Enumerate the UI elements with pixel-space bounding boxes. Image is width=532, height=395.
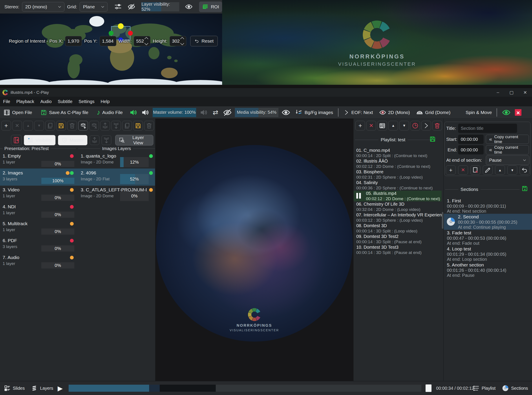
visibility-slider[interactable]: 0%	[41, 195, 74, 201]
play-button[interactable]: ▶	[58, 381, 63, 395]
visibility-slider[interactable]: 100%	[41, 178, 74, 184]
presentation-slide-item[interactable]: 4. NDI1 layer0%	[0, 202, 76, 219]
spinner-arrows-icon[interactable]	[180, 36, 185, 46]
menu-item-subtitle[interactable]: Subtitle	[58, 99, 73, 104]
save-playlist-icon[interactable]	[429, 136, 436, 142]
roi-width-spinbox[interactable]: 552	[134, 36, 151, 46]
playlist-item[interactable]: 01. C_mono.mp400:00:14 : 2D Split : (Con…	[354, 148, 442, 158]
stereo-mode-button[interactable]: 2D (Mono)	[379, 109, 410, 116]
delete-slide-button[interactable]	[67, 121, 77, 131]
presentation-slide-item[interactable]: 3. Video1 layer0%	[0, 185, 76, 202]
section-item[interactable]: 5. Another section00:01:26 - 00:01:40 (0…	[444, 262, 532, 278]
playlist-delete-button[interactable]	[432, 121, 442, 131]
playlist-next-button[interactable]	[421, 121, 431, 131]
eye-icon[interactable]	[281, 108, 290, 117]
delete-layer-button[interactable]	[144, 121, 154, 131]
section-title-input[interactable]	[458, 124, 517, 133]
roi-height-spinbox[interactable]: 302	[170, 36, 186, 46]
roi-reset-button[interactable]: Reset	[190, 36, 218, 46]
playlist-remove-button[interactable]: ✕	[366, 121, 376, 131]
playlist-move-up-button[interactable]: ▲	[388, 121, 398, 131]
playlist-item[interactable]: 04. Salinity00:00:36 : 2D Sphere : (Cont…	[354, 180, 442, 191]
save-as-button[interactable]: Save As C-Play file	[40, 109, 88, 116]
repeat-icon[interactable]: ⇄	[211, 108, 220, 117]
stop-button[interactable]	[426, 384, 431, 392]
playlist-item[interactable]: 10. Domtest 3D Test300:00:14 : 3D Split …	[354, 245, 442, 255]
add-slide-button[interactable]: +	[1, 121, 11, 131]
section-add-button[interactable]: +	[446, 165, 456, 175]
save-layers-button[interactable]	[133, 121, 143, 131]
playlist-move-down-button[interactable]: ▼	[399, 121, 409, 131]
roi-posy-spinbox[interactable]: 1,584	[100, 36, 116, 46]
image-layer-item[interactable]: 2. 4096Image - 2D Flat52%	[78, 169, 155, 185]
remove-layer-button[interactable]	[89, 121, 99, 131]
playlist-scrollbar[interactable]	[442, 212, 443, 229]
speaker-muted-icon[interactable]	[199, 108, 208, 117]
playlist-item[interactable]: 06. Chemistry Of Life 3D00:32:04 : 2D Do…	[354, 202, 442, 212]
spinner-arrows-icon[interactable]	[113, 39, 115, 42]
presentation-slide-item[interactable]: 6. PDF3 layers0%	[0, 236, 76, 253]
menu-item-playback[interactable]: Playback	[16, 99, 34, 104]
move-slide-up-button[interactable]: ▲	[23, 121, 33, 131]
section-move-up-button[interactable]: ▲	[495, 165, 505, 175]
master-volume-slider[interactable]: Master volume: 100%	[153, 108, 196, 117]
image-layer-item[interactable]: 3. C_ATLAS_LEFT-PROJNUM-Fulldome-Image -…	[78, 185, 155, 202]
playlist-details-button[interactable]	[377, 121, 387, 131]
eye-off-icon[interactable]	[128, 2, 135, 11]
presentation-slide-item[interactable]: 5. Multitrack1 layer0%	[0, 219, 76, 236]
slides-toggle-button[interactable]: Slides	[4, 381, 25, 395]
menu-item-help[interactable]: Help	[101, 99, 110, 104]
minimize-button[interactable]: –	[491, 88, 505, 97]
move-layer-down-button[interactable]	[111, 121, 121, 131]
bgfg-images-button[interactable]: Bg/Fg images	[296, 109, 333, 116]
close-panel-button[interactable]	[11, 135, 22, 145]
playlist-item[interactable]: 02. Illustris ÅÄÖ00:02:12 : 2D Dome : (C…	[354, 158, 442, 169]
roi-handle-right[interactable]	[128, 31, 133, 36]
visibility-slider[interactable]: 52%	[120, 174, 149, 184]
menu-item-audio[interactable]: Audio	[40, 99, 51, 104]
playlist-item[interactable]: 08. Domtest 3D00:00:14 : 3D Split : (Loo…	[354, 223, 442, 234]
speaker-icon[interactable]	[141, 108, 150, 117]
image-layer-item[interactable]: 1. quanta_c_logoImage - 2D Dome12%	[78, 152, 155, 169]
at-end-dropdown[interactable]: Pause	[486, 155, 529, 165]
presentation-slide-item[interactable]: 1. Empty1 layer0%	[0, 152, 76, 169]
close-media-icon[interactable]	[514, 108, 522, 117]
section-move-down-button[interactable]: ▼	[507, 165, 517, 175]
eof-mode-button[interactable]: EOF: Next	[343, 110, 373, 115]
playlist-item[interactable]: 07. Intercellular – An Interbody VR Expe…	[354, 212, 442, 223]
section-undo-button[interactable]	[520, 165, 530, 175]
section-item[interactable]: 1. First00:00:09 - 00:00:20 (00:00:11)At…	[444, 198, 532, 214]
layer-up-button[interactable]	[90, 135, 99, 145]
menu-item-file[interactable]: File	[3, 99, 10, 104]
world-map[interactable]: Region of Interest - Pos X: 1,970 Pos Y:…	[0, 14, 222, 85]
move-slide-down-button[interactable]: ▼	[34, 121, 44, 131]
move-layer-up-button[interactable]	[100, 121, 110, 131]
roi-handle-left[interactable]	[109, 31, 113, 36]
playlist-add-button[interactable]: +	[355, 121, 365, 131]
presentation-slide-item[interactable]: 7. Audio1 layer0%	[0, 253, 76, 270]
visibility-slider[interactable]: 0%	[120, 191, 149, 201]
playlist-item[interactable]: 03. Biosphere00:02:31 : 2D Sphere : (Loo…	[354, 169, 442, 180]
master-view-button[interactable]: Master	[58, 135, 87, 145]
visibility-slider[interactable]: 0%	[41, 245, 74, 252]
layer-down-button[interactable]	[102, 135, 111, 145]
add-layer-button[interactable]	[78, 121, 88, 131]
section-item[interactable]: 3. Fade test00:00:47 - 00:00:53 (00:00:0…	[444, 230, 532, 246]
sync-view-icon[interactable]	[502, 108, 511, 117]
save-sections-icon[interactable]	[521, 185, 528, 192]
visibility-slider[interactable]: 0%	[41, 229, 74, 235]
playlist-timer-button[interactable]	[410, 121, 420, 131]
visibility-slider[interactable]: 0%	[41, 161, 74, 167]
section-end-input[interactable]	[458, 145, 484, 154]
layer-view-button[interactable]: Layer View	[115, 135, 153, 145]
visibility-slider[interactable]: 0%	[41, 212, 74, 218]
roi-posx-spinbox[interactable]: 1,970	[65, 36, 82, 46]
playlist-toggle-button[interactable]: Playlist	[473, 381, 495, 395]
roi-button[interactable]: ROI	[199, 1, 222, 12]
sections-toggle-button[interactable]: Sections	[502, 381, 528, 395]
title-bar[interactable]: illustris.mp4 - C-Play – ▢ ✕	[0, 88, 532, 97]
save-slides-button[interactable]	[56, 121, 66, 131]
visibility-slider[interactable]: 12%	[120, 157, 149, 167]
section-edit-button[interactable]	[483, 165, 493, 175]
playlist-item[interactable]: 09. Domtest 3D Test200:00:14 : 3D Split …	[354, 234, 442, 245]
